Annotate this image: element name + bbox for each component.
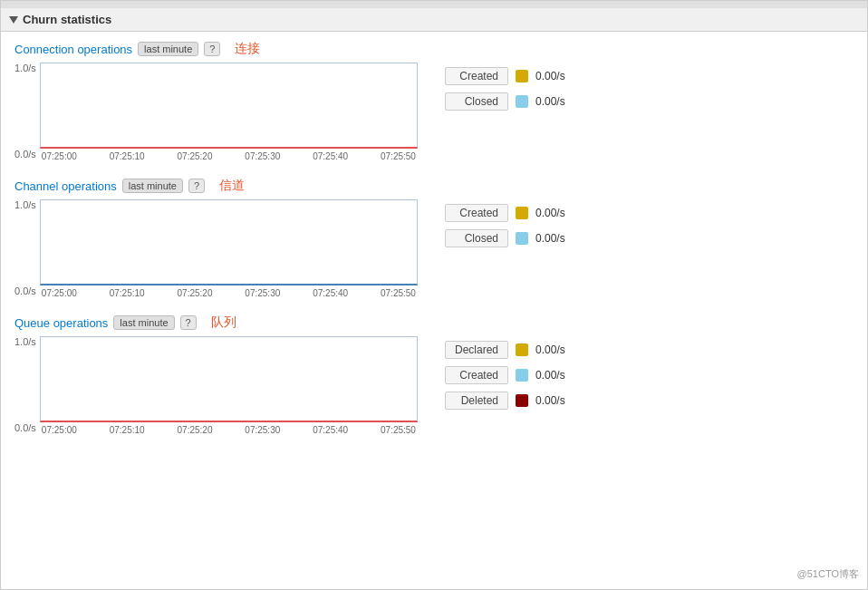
connection-y-labels: 1.0/s 0.0/s xyxy=(14,63,36,161)
channel-x-2: 07:25:20 xyxy=(178,288,213,298)
connection-question[interactable]: ? xyxy=(204,42,220,56)
queue-legend-declared: Declared 0.00/s xyxy=(445,341,626,359)
connection-chinese: 连接 xyxy=(235,41,260,57)
queue-x-4: 07:25:40 xyxy=(313,425,348,435)
queue-deleted-value: 0.00/s xyxy=(535,394,565,407)
channel-section: Channel operations last minute ? 信道 1.0/… xyxy=(14,178,854,298)
channel-y-top: 1.0/s xyxy=(14,199,36,210)
channel-x-0: 07:25:00 xyxy=(42,288,77,298)
connection-created-label: Created xyxy=(445,67,508,85)
queue-x-labels: 07:25:00 07:25:10 07:25:20 07:25:30 07:2… xyxy=(40,425,418,435)
connection-legend-closed: Closed 0.00/s xyxy=(445,92,626,111)
channel-created-label: Created xyxy=(445,204,508,222)
connection-legend: Created 0.00/s Closed 0.00/s xyxy=(445,67,626,111)
collapse-icon xyxy=(9,16,18,24)
channel-badge[interactable]: last minute xyxy=(122,179,183,193)
queue-deleted-label: Deleted xyxy=(445,392,508,410)
queue-x-0: 07:25:00 xyxy=(42,425,77,435)
connection-content: 1.0/s 0.0/s 07:25:00 07:25:10 07:25:20 0… xyxy=(14,63,854,161)
queue-label: Queue operations xyxy=(14,316,108,330)
connection-x-2: 07:25:20 xyxy=(178,151,213,161)
channel-question[interactable]: ? xyxy=(188,179,205,193)
connection-closed-label: Closed xyxy=(445,92,508,111)
channel-legend: Created 0.00/s Closed 0.00/s xyxy=(445,204,626,247)
queue-y-labels: 1.0/s 0.0/s xyxy=(14,336,36,435)
channel-legend-created: Created 0.00/s xyxy=(445,204,626,222)
connection-x-4: 07:25:40 xyxy=(313,151,348,161)
queue-x-5: 07:25:50 xyxy=(381,425,416,435)
connection-x-5: 07:25:50 xyxy=(381,151,416,161)
connection-badge[interactable]: last minute xyxy=(138,42,198,56)
channel-closed-label: Closed xyxy=(445,229,508,247)
queue-created-color xyxy=(516,369,528,382)
channel-x-5: 07:25:50 xyxy=(381,288,416,298)
section-body: Connection operations last minute ? 连接 1… xyxy=(1,32,867,465)
channel-chart-inner: 07:25:00 07:25:10 07:25:20 07:25:30 07:2… xyxy=(40,199,418,298)
connection-created-value: 0.00/s xyxy=(535,70,565,82)
queue-chart-area: 1.0/s 0.0/s 07:25:00 07:25:10 07:25:20 0… xyxy=(14,336,418,435)
connection-y-bottom: 0.0/s xyxy=(14,149,36,160)
top-bar xyxy=(1,1,867,8)
channel-closed-color xyxy=(516,232,528,245)
connection-x-1: 07:25:10 xyxy=(110,151,145,161)
queue-declared-color xyxy=(516,343,528,356)
channel-chinese: 信道 xyxy=(219,178,245,194)
channel-header: Channel operations last minute ? 信道 xyxy=(14,178,854,194)
section-header[interactable]: Churn statistics xyxy=(1,8,867,32)
connection-x-0: 07:25:00 xyxy=(42,151,77,161)
connection-header: Connection operations last minute ? 连接 xyxy=(14,41,854,57)
queue-legend: Declared 0.00/s Created 0.00/s Deleted 0… xyxy=(445,341,626,410)
queue-chart-inner: 07:25:00 07:25:10 07:25:20 07:25:30 07:2… xyxy=(40,336,418,435)
channel-x-1: 07:25:10 xyxy=(110,288,145,298)
queue-legend-deleted: Deleted 0.00/s xyxy=(445,392,626,410)
queue-deleted-color xyxy=(516,394,528,407)
channel-legend-closed: Closed 0.00/s xyxy=(445,229,626,247)
queue-created-label: Created xyxy=(445,366,508,384)
connection-label: Connection operations xyxy=(14,43,132,56)
queue-section: Queue operations last minute ? 队列 1.0/s … xyxy=(14,314,854,435)
queue-declared-label: Declared xyxy=(445,341,508,359)
channel-created-color xyxy=(516,207,528,219)
queue-x-2: 07:25:20 xyxy=(178,425,213,435)
channel-chart-box xyxy=(40,199,418,285)
queue-legend-created: Created 0.00/s xyxy=(445,366,626,384)
page-container: Churn statistics Connection operations l… xyxy=(0,0,868,590)
channel-y-bottom: 0.0/s xyxy=(14,285,36,296)
queue-chart-wrapper: 1.0/s 0.0/s 07:25:00 07:25:10 07:25:20 0… xyxy=(14,336,418,435)
queue-badge[interactable]: last minute xyxy=(113,315,174,330)
connection-chart-wrapper: 1.0/s 0.0/s 07:25:00 07:25:10 07:25:20 0… xyxy=(14,63,418,161)
connection-x-labels: 07:25:00 07:25:10 07:25:20 07:25:30 07:2… xyxy=(40,151,418,161)
channel-closed-value: 0.00/s xyxy=(535,232,565,245)
channel-chart-area: 1.0/s 0.0/s 07:25:00 07:25:10 07:25:20 0… xyxy=(14,199,418,298)
connection-section: Connection operations last minute ? 连接 1… xyxy=(14,41,854,161)
queue-y-bottom: 0.0/s xyxy=(14,422,36,433)
channel-content: 1.0/s 0.0/s 07:25:00 07:25:10 07:25:20 0… xyxy=(14,199,854,298)
connection-y-top: 1.0/s xyxy=(14,63,36,73)
connection-chart-area: 1.0/s 0.0/s 07:25:00 07:25:10 07:25:20 0… xyxy=(14,63,418,161)
channel-label: Channel operations xyxy=(14,179,117,193)
channel-chart-wrapper: 1.0/s 0.0/s 07:25:00 07:25:10 07:25:20 0… xyxy=(14,199,418,298)
queue-x-1: 07:25:10 xyxy=(110,425,145,435)
connection-x-3: 07:25:30 xyxy=(245,151,280,161)
connection-chart-inner: 07:25:00 07:25:10 07:25:20 07:25:30 07:2… xyxy=(40,63,418,161)
queue-created-value: 0.00/s xyxy=(535,369,565,382)
connection-legend-created: Created 0.00/s xyxy=(445,67,626,85)
connection-created-color xyxy=(516,70,528,82)
channel-x-3: 07:25:30 xyxy=(245,288,280,298)
channel-x-4: 07:25:40 xyxy=(313,288,348,298)
channel-created-value: 0.00/s xyxy=(535,207,565,219)
connection-closed-color xyxy=(516,95,528,108)
queue-y-top: 1.0/s xyxy=(14,336,36,347)
channel-y-labels: 1.0/s 0.0/s xyxy=(14,199,36,298)
queue-header: Queue operations last minute ? 队列 xyxy=(14,314,854,331)
queue-declared-value: 0.00/s xyxy=(535,343,565,356)
queue-question[interactable]: ? xyxy=(180,315,197,330)
channel-x-labels: 07:25:00 07:25:10 07:25:20 07:25:30 07:2… xyxy=(40,288,418,298)
connection-closed-value: 0.00/s xyxy=(535,95,565,108)
connection-chart-box xyxy=(40,63,418,149)
queue-chart-box xyxy=(40,336,418,422)
queue-chinese: 队列 xyxy=(211,314,236,331)
queue-content: 1.0/s 0.0/s 07:25:00 07:25:10 07:25:20 0… xyxy=(14,336,854,435)
queue-x-3: 07:25:30 xyxy=(245,425,280,435)
watermark: @51CTO博客 xyxy=(797,567,859,581)
